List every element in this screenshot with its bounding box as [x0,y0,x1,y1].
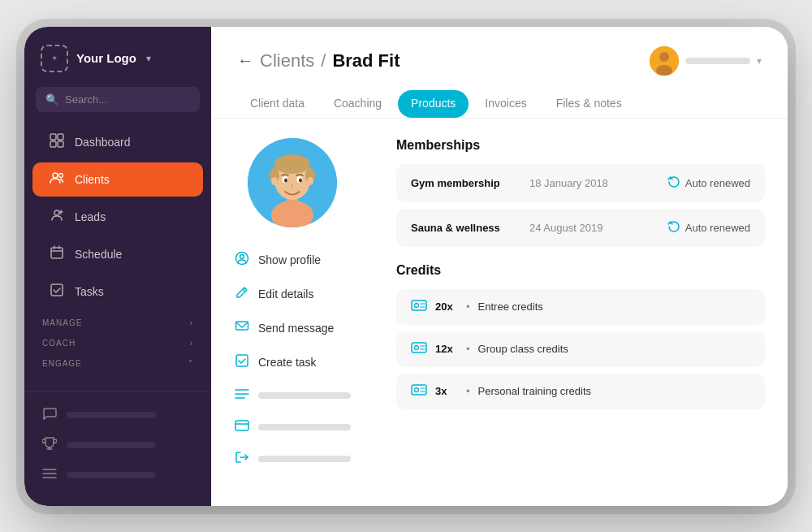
section-coach[interactable]: COACH › [24,331,211,351]
nav-leads-label: Leads [75,210,106,223]
engage-arrow-icon: ˅ [188,359,193,368]
svg-point-34 [240,254,244,258]
device-frame: ✦ Your Logo ▾ 🔍 Dashboard [24,27,788,506]
sidebar-reports[interactable] [36,461,200,490]
logo-dropdown-icon: ▾ [146,53,151,64]
nav-clients[interactable]: Clients [32,162,203,197]
tabs-row: Client data Coaching Products Invoices F… [211,76,788,119]
logo-button[interactable]: ✦ Your Logo ▾ [24,27,211,87]
login-icon [234,451,250,467]
memberships-title: Memberships [396,138,765,153]
membership-row-gym: Gym membership 18 January 2018 Auto rene… [396,164,765,202]
tasks-icon [49,283,65,301]
logo-box: ✦ [41,45,68,72]
tab-products[interactable]: Products [398,90,469,118]
svg-rect-9 [51,248,63,258]
membership-gym-date: 18 January 2018 [529,177,654,189]
credit-row-group: 12x • Group class credits [396,331,765,367]
edit-icon [234,285,250,303]
card-icon [234,420,250,435]
reports-icon [42,467,58,483]
membership-sauna-date: 24 August 2019 [529,222,654,234]
svg-point-53 [415,387,419,391]
sidebar-achievements[interactable] [36,430,200,461]
leads-icon [49,208,65,226]
sidebar-messages[interactable] [36,400,200,430]
show-profile-button[interactable]: Show profile [227,244,357,276]
show-profile-icon [234,251,250,269]
svg-point-4 [53,173,58,178]
user-dropdown-icon[interactable]: ▾ [757,55,762,67]
credit-amount-entree: 20x [435,301,458,313]
trophy-icon [42,436,58,454]
svg-rect-36 [236,322,248,330]
client-actions: Show profile Edit details [227,244,357,474]
back-button[interactable]: ← [237,51,253,70]
achievements-bar [67,442,156,448]
nav-tasks[interactable]: Tasks [32,275,203,309]
search-bar[interactable]: 🔍 [36,87,200,112]
membership-gym-status: Auto renewed [667,175,750,191]
tab-files-notes[interactable]: Files & notes [543,90,635,119]
membership-row-sauna: Sauna & wellness 24 August 2019 Auto ren… [396,209,765,247]
svg-rect-37 [236,355,248,366]
extra-action-1[interactable] [227,380,357,411]
section-engage[interactable]: ENGAGE ˅ [24,351,211,371]
credit-icon-entree [411,299,427,315]
nav-schedule[interactable]: Schedule [32,237,203,271]
tab-client-data[interactable]: Client data [237,90,317,119]
svg-point-32 [299,178,302,182]
send-message-button[interactable]: Send message [227,312,357,344]
edit-details-label: Edit details [258,288,313,301]
schedule-icon [49,245,65,263]
svg-rect-41 [235,421,248,430]
extra-bar-2 [258,424,351,430]
messages-bar [67,412,156,418]
extra-action-3[interactable] [227,443,357,474]
credit-icon-personal [411,383,427,400]
svg-point-18 [659,52,669,62]
create-task-label: Create task [258,356,317,369]
search-icon: 🔍 [45,93,58,106]
dashboard-icon [49,133,65,151]
page-header: ← Clients / Brad Fit ▾ [211,27,788,76]
svg-point-31 [284,178,287,182]
nav-dashboard[interactable]: Dashboard [32,125,203,159]
tab-invoices[interactable]: Invoices [472,90,539,119]
svg-rect-3 [58,141,63,147]
credit-icon-group [411,341,427,357]
svg-point-6 [54,210,59,215]
main-content: ← Clients / Brad Fit ▾ Client d [211,27,788,506]
user-name-bar [685,58,750,64]
reports-bar [67,472,156,478]
header-user: ▾ [650,46,762,76]
membership-sauna-name: Sauna & wellness [411,222,516,234]
client-panel: Show profile Edit details [211,119,374,506]
user-avatar[interactable] [650,46,679,76]
breadcrumb-separator: / [321,50,326,71]
nav-leads[interactable]: Leads [32,200,203,234]
svg-rect-2 [50,141,56,147]
clients-icon [49,171,65,188]
credit-row-entree: 20x • Entree credits [396,289,765,325]
credit-amount-personal: 3x [435,385,458,397]
create-task-button[interactable]: Create task [227,346,357,378]
search-input[interactable] [65,93,190,106]
svg-point-45 [415,303,419,307]
credits-title: Credits [396,263,765,278]
svg-point-5 [59,173,63,177]
message-icon [234,319,250,337]
nav-schedule-label: Schedule [75,248,122,261]
extra-action-2[interactable] [227,413,357,442]
membership-sauna-status: Auto renewed [667,220,750,236]
edit-details-button[interactable]: Edit details [227,278,357,310]
breadcrumb: ← Clients / Brad Fit [237,50,400,71]
extra-bar-3 [258,456,351,462]
section-manage[interactable]: MANAGE › [24,310,211,331]
renew-icon-sauna [667,220,680,236]
credit-label-entree: Entree credits [478,301,543,313]
tab-coaching[interactable]: Coaching [321,90,395,119]
coach-arrow-icon: › [190,339,193,348]
credit-dot-group: • [466,343,470,355]
svg-rect-0 [50,134,56,140]
